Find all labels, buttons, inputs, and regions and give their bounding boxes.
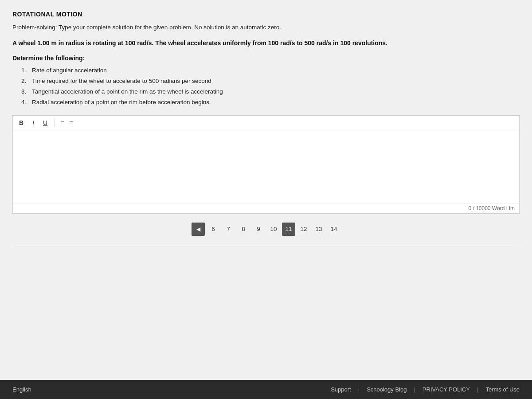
underline-button[interactable]: U: [41, 118, 49, 127]
page-8-button[interactable]: 8: [237, 223, 250, 236]
problem-list: 1. Rate of angular acceleration 2. Time …: [21, 66, 520, 107]
footer-blog-link[interactable]: Schoology Blog: [367, 386, 407, 393]
footer: English Support | Schoology Blog | PRIVA…: [0, 380, 532, 399]
footer-support-link[interactable]: Support: [331, 386, 351, 393]
determine-label: Determine the following:: [12, 55, 520, 62]
list-num: 4.: [21, 98, 28, 107]
separator: [12, 245, 520, 245]
footer-links: Support | Schoology Blog | PRIVACY POLIC…: [331, 386, 520, 393]
footer-terms-link[interactable]: Terms of Use: [485, 386, 520, 393]
bold-button[interactable]: B: [17, 118, 25, 127]
footer-sep-2: |: [414, 386, 415, 393]
pagination: ◀ 6 7 8 9 10 11 12 13 14: [12, 223, 520, 236]
page-11-button[interactable]: 11: [282, 223, 295, 236]
word-count: 0 / 10000 Word Lim: [13, 203, 519, 213]
page-12-button[interactable]: 12: [297, 223, 310, 236]
answer-input[interactable]: [13, 130, 519, 201]
page-13-button[interactable]: 13: [312, 223, 325, 236]
footer-language: English: [12, 386, 31, 393]
section-title: ROTATIONAL MOTION: [12, 11, 520, 18]
list-text: Radial acceleration of a point on the ri…: [32, 98, 211, 107]
list-text: Tangential acceleration of a point on th…: [32, 87, 223, 96]
list-item: 4. Radial acceleration of a point on the…: [21, 98, 520, 107]
problem-statement: A wheel 1.00 m in radius is rotating at …: [12, 38, 520, 48]
prev-page-button[interactable]: ◀: [192, 223, 205, 236]
list-num: 3.: [21, 87, 28, 96]
footer-privacy-link[interactable]: PRIVACY POLICY: [422, 386, 470, 393]
page-9-button[interactable]: 9: [252, 223, 265, 236]
problem-instruction: Problem-solving: Type your complete solu…: [12, 23, 520, 32]
editor-toolbar: B I U ≡ ≡: [13, 116, 519, 130]
main-content: ROTATIONAL MOTION Problem-solving: Type …: [0, 0, 532, 380]
page-10-button[interactable]: 10: [267, 223, 280, 236]
list-num: 2.: [21, 77, 28, 86]
list-text: Time required for the wheel to accelerat…: [32, 77, 211, 86]
editor-container: B I U ≡ ≡ 0 / 10000 Word Lim: [12, 115, 520, 214]
footer-sep-1: |: [358, 386, 360, 393]
page-14-button[interactable]: 14: [327, 223, 340, 236]
list-item: 3. Tangential acceleration of a point on…: [21, 87, 520, 96]
page-7-button[interactable]: 7: [222, 223, 235, 236]
list-item: 2. Time required for the wheel to accele…: [21, 77, 520, 86]
italic-button[interactable]: I: [31, 118, 36, 127]
list-num: 1.: [21, 66, 28, 75]
toolbar-divider: [55, 119, 55, 127]
footer-sep-3: |: [477, 386, 478, 393]
list-text: Rate of angular acceleration: [32, 66, 107, 75]
page-6-button[interactable]: 6: [207, 223, 220, 236]
ordered-list-icon[interactable]: ≡: [60, 119, 64, 126]
list-item: 1. Rate of angular acceleration: [21, 66, 520, 75]
unordered-list-icon[interactable]: ≡: [69, 119, 73, 126]
